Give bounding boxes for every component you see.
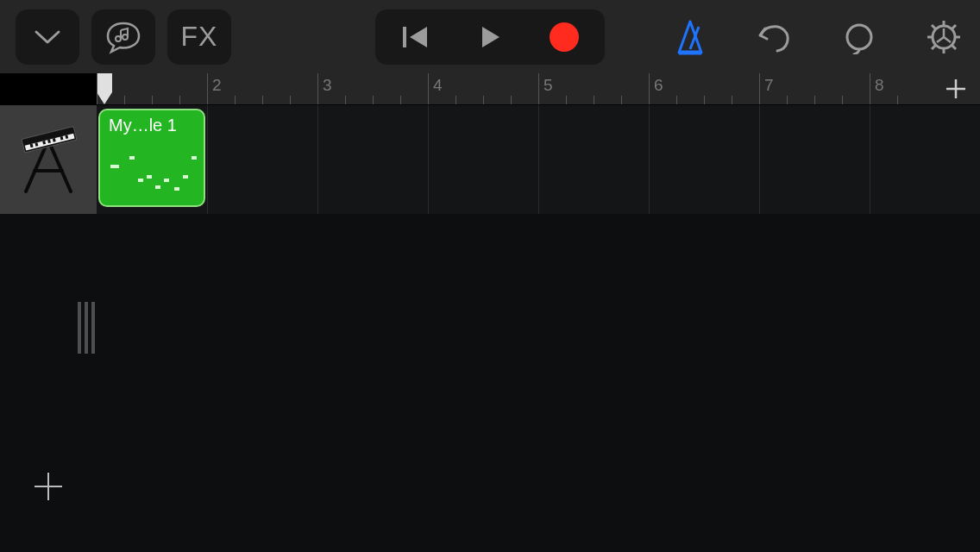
keyboard-instrument-icon [14, 121, 83, 198]
svg-line-12 [932, 45, 936, 49]
track-row: My…le 1 [0, 105, 980, 214]
loop-note-bubble-icon [104, 20, 142, 54]
gear-icon [926, 19, 962, 55]
record-icon [550, 22, 579, 52]
plus-icon [31, 469, 66, 504]
region-title: My…le 1 [109, 116, 195, 135]
bar-marker[interactable]: 7 [759, 73, 870, 104]
bar-number: 8 [875, 76, 884, 95]
bar-number: 6 [654, 76, 663, 95]
bar-marker[interactable]: 4 [428, 73, 538, 104]
bar-marker[interactable]: 2 [207, 73, 317, 104]
svg-line-10 [952, 45, 957, 49]
bar-number: 7 [764, 76, 774, 95]
svg-line-14 [944, 37, 951, 42]
svg-line-9 [932, 25, 936, 29]
loop-browser-button[interactable] [91, 9, 155, 65]
undo-icon [757, 20, 793, 54]
settings-button[interactable] [923, 16, 964, 58]
bar-number: 5 [543, 76, 553, 95]
transport-controls [375, 9, 605, 65]
play-icon [477, 24, 503, 50]
add-track-button[interactable] [28, 466, 69, 507]
toolbar-right-group [669, 16, 964, 58]
metronome-icon [672, 18, 708, 56]
loop-region-handle[interactable] [78, 302, 95, 354]
tracks-empty-area[interactable] [0, 214, 980, 552]
bar-marker[interactable]: 8 [870, 73, 932, 104]
bar-number: 4 [433, 76, 443, 95]
bar-marker[interactable]: 5 [538, 73, 649, 104]
undo-button[interactable] [754, 16, 795, 58]
bar-marker[interactable]: 6 [649, 73, 759, 104]
track-lane[interactable]: My…le 1 [97, 105, 980, 214]
loop-cycle-icon [842, 20, 876, 54]
svg-point-3 [847, 25, 871, 49]
go-to-start-icon [401, 24, 430, 50]
toolbar-left-group: FX [16, 9, 231, 65]
svg-line-15 [937, 37, 944, 42]
cycle-button[interactable] [839, 16, 880, 58]
track-header[interactable] [0, 105, 97, 214]
midi-region[interactable]: My…le 1 [98, 109, 205, 207]
add-section-button[interactable] [932, 73, 980, 104]
fx-button[interactable]: FX [167, 9, 231, 65]
fx-label-text: FX [181, 21, 218, 53]
plus-icon [944, 77, 968, 101]
play-button[interactable] [453, 9, 527, 65]
view-switcher-button[interactable] [16, 9, 79, 65]
metronome-button[interactable] [669, 16, 711, 58]
record-button[interactable] [527, 9, 601, 65]
bar-number: 2 [212, 76, 222, 95]
chevron-down-icon [33, 27, 62, 47]
top-toolbar: FX [0, 0, 980, 73]
region-note-preview [109, 141, 195, 202]
bar-marker[interactable]: 3 [317, 73, 428, 104]
svg-rect-0 [403, 27, 406, 47]
bar-number: 3 [323, 76, 332, 95]
svg-line-11 [952, 25, 957, 29]
rewind-button[interactable] [379, 9, 453, 65]
timeline-ruler[interactable]: 2 3 4 5 6 7 8 [97, 73, 980, 105]
bar-marker[interactable] [97, 73, 207, 104]
